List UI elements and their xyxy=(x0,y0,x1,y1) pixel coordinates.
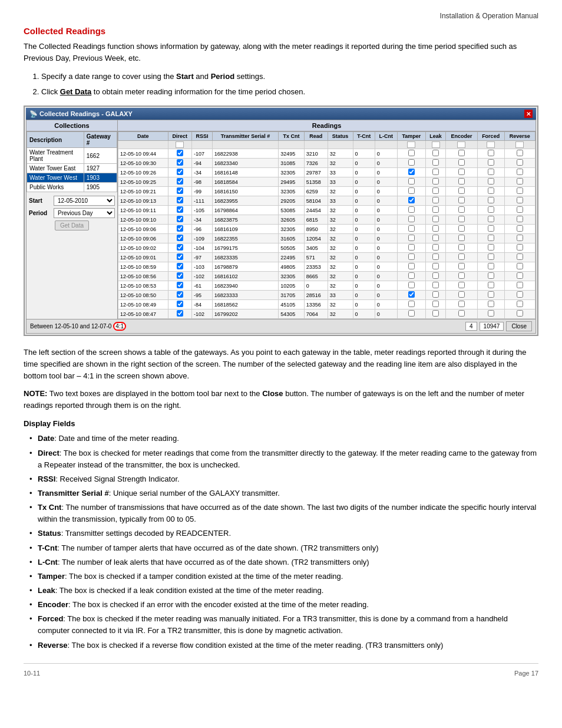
cell-serial: 16816109 xyxy=(212,225,279,234)
reading-row: 12-05-10 09:13-1111682395529205581043300 xyxy=(118,196,535,206)
cell-status: 32 xyxy=(328,309,353,319)
field-item: Direct: The box is checked for meter rea… xyxy=(29,447,538,471)
cell-encoder xyxy=(446,309,477,319)
cell-tamper xyxy=(397,196,425,206)
cell-reverse xyxy=(504,309,535,319)
cell-date: 12-05-10 08:59 xyxy=(118,262,168,272)
col-gateway: Gateway # xyxy=(84,132,117,148)
collection-desc: Water Tower East xyxy=(27,164,84,173)
cell-forced xyxy=(477,291,504,300)
window-close-button[interactable]: ✕ xyxy=(524,110,533,118)
filter-encoder[interactable] xyxy=(457,141,465,148)
reading-row: 12-05-10 09:10-34168238753260568153200 xyxy=(118,215,535,225)
field-item: L-Cnt: The number of leak alerts that ha… xyxy=(29,556,538,568)
reading-row: 12-05-10 09:06-1091682235531605120543200 xyxy=(118,234,535,243)
cell-date: 12-05-10 09:06 xyxy=(118,225,168,234)
cell-reverse xyxy=(504,253,535,262)
cell-date: 12-05-10 09:30 xyxy=(118,159,168,168)
filter-tamper[interactable] xyxy=(407,141,415,148)
cell-read: 3405 xyxy=(304,243,328,253)
cell-tcnt: 0 xyxy=(353,225,375,234)
cell-tamper xyxy=(397,206,425,215)
reading-row: 12-05-10 09:26-341681614832305297873300 xyxy=(118,168,535,177)
get-data-button[interactable]: Get Data xyxy=(55,220,89,230)
period-label: Period xyxy=(29,210,51,216)
screenshot-window: 📡 Collected Readings - GALAXY ✕ Collecti… xyxy=(24,106,538,336)
cell-lcnt: 0 xyxy=(375,196,397,206)
field-label: Reverse xyxy=(38,641,68,650)
cell-read: 23353 xyxy=(304,262,328,272)
filter-leak[interactable] xyxy=(432,141,440,148)
instruction-2: Click Get Data to obtain meter reading i… xyxy=(41,86,538,98)
cell-direct xyxy=(168,281,191,291)
col-lcnt: L-Cnt xyxy=(375,132,397,141)
cell-date: 12-05-10 09:13 xyxy=(118,196,168,206)
cell-reverse xyxy=(504,243,535,253)
field-label: L-Cnt xyxy=(38,558,58,566)
collection-row[interactable]: Water Tower West1903 xyxy=(27,173,117,183)
cell-txcnt: 29495 xyxy=(279,177,305,187)
cell-encoder xyxy=(446,215,477,225)
fields-list: Date: Date and time of the meter reading… xyxy=(29,433,538,651)
cell-tamper xyxy=(397,253,425,262)
cell-status: 32 xyxy=(328,243,353,253)
cell-encoder xyxy=(446,149,477,159)
field-item: Transmitter Serial #: Unique serial numb… xyxy=(29,487,538,499)
field-label: RSSI xyxy=(38,475,55,483)
start-select[interactable]: 12-05-2010 xyxy=(54,196,115,206)
cell-tcnt: 0 xyxy=(353,309,375,319)
cell-reverse xyxy=(504,300,535,309)
cell-txcnt: 22495 xyxy=(279,253,305,262)
field-item: Date: Date and time of the meter reading… xyxy=(29,433,538,444)
cell-read: 7326 xyxy=(304,159,328,168)
collection-gw: 1662 xyxy=(84,148,117,164)
cell-tcnt: 0 xyxy=(353,291,375,300)
cell-encoder xyxy=(446,187,477,196)
cell-rssi: -103 xyxy=(192,262,213,272)
cell-leak xyxy=(426,234,446,243)
cell-leak xyxy=(426,281,446,291)
cell-status: 32 xyxy=(328,187,353,196)
period-select[interactable]: Previous Day xyxy=(54,208,115,218)
cell-encoder xyxy=(446,243,477,253)
cell-serial: 16823875 xyxy=(212,215,279,225)
reading-row: 12-05-10 09:02-104167991755050534053200 xyxy=(118,243,535,253)
filter-reverse[interactable] xyxy=(515,141,524,148)
collection-row[interactable]: Water Tower East1927 xyxy=(27,164,117,173)
cell-status: 32 xyxy=(328,206,353,215)
cell-encoder xyxy=(446,272,477,281)
cell-rssi: -102 xyxy=(192,272,213,281)
cell-direct xyxy=(168,187,191,196)
collections-header: Collections xyxy=(27,120,117,131)
close-button[interactable]: Close xyxy=(506,321,532,331)
filter-forced[interactable] xyxy=(487,141,495,148)
collection-row[interactable]: Water Treatment Plant1662 xyxy=(27,148,117,164)
cell-direct xyxy=(168,291,191,300)
note-text: NOTE: Two text boxes are displayed in th… xyxy=(24,388,538,411)
cell-read: 12054 xyxy=(304,234,328,243)
cell-reverse xyxy=(504,291,535,300)
cell-tamper xyxy=(397,300,425,309)
field-desc: : The number of leak alerts that have oc… xyxy=(58,558,369,566)
cell-status: 33 xyxy=(328,168,353,177)
cell-direct xyxy=(168,272,191,281)
field-item: T-Cnt: The number of tamper alerts that … xyxy=(29,542,538,554)
cell-rssi: -97 xyxy=(192,253,213,262)
cell-lcnt: 0 xyxy=(375,281,397,291)
cell-read: 28516 xyxy=(304,291,328,300)
window-inner: Collections Description Gateway # Water … xyxy=(27,120,535,319)
cell-lcnt: 0 xyxy=(375,291,397,300)
cell-direct xyxy=(168,309,191,319)
cell-date: 12-05-10 09:02 xyxy=(118,243,168,253)
cell-date: 12-05-10 08:56 xyxy=(118,272,168,281)
cell-read: 0 xyxy=(304,281,328,291)
filter-direct[interactable] xyxy=(176,141,184,148)
collection-row[interactable]: Public Works1905 xyxy=(27,183,117,192)
cell-reverse xyxy=(504,234,535,243)
cell-lcnt: 0 xyxy=(375,243,397,253)
cell-rssi: -34 xyxy=(192,168,213,177)
cell-reverse xyxy=(504,168,535,177)
start-label: Start xyxy=(29,197,51,204)
cell-forced xyxy=(477,300,504,309)
field-desc: : The box is checked if the meter readin… xyxy=(38,614,508,635)
